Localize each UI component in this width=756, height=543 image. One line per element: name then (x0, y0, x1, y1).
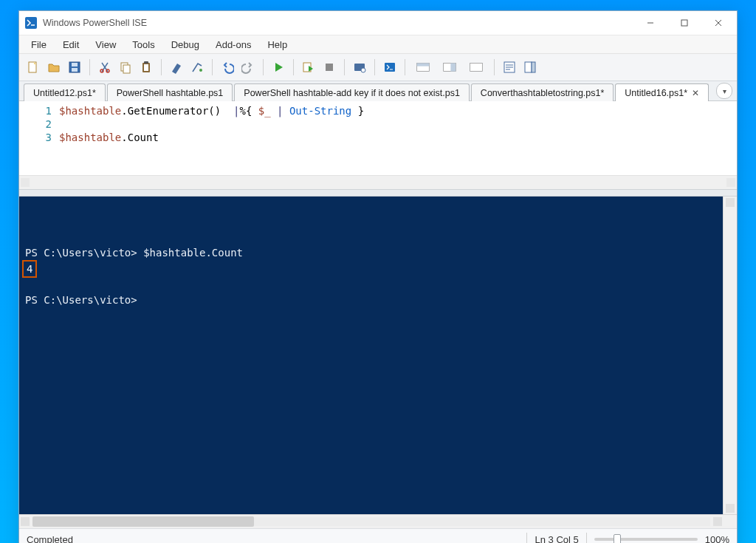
console-vertical-scrollbar[interactable] (723, 197, 737, 514)
tabstrip: Untitled12.ps1*PowerShell hashtable.ps1P… (19, 81, 737, 101)
tab-label: PowerShell hashtable-add key if it does … (244, 88, 460, 98)
app-window: Windows PowerShell ISE FileEditViewTools… (18, 10, 738, 543)
svg-rect-15 (326, 64, 333, 71)
editor-horizontal-scrollbar[interactable] (19, 175, 737, 189)
svg-rect-18 (385, 63, 395, 72)
minimize-button[interactable] (633, 12, 667, 34)
svg-point-17 (361, 68, 365, 72)
cursor-position: Ln 3 Col 5 (535, 534, 578, 544)
menu-view[interactable]: View (88, 37, 123, 52)
menu-debug[interactable]: Debug (164, 37, 207, 52)
run-icon[interactable] (270, 59, 286, 75)
svg-rect-12 (144, 61, 148, 64)
new-icon[interactable] (25, 59, 41, 75)
new-remote-tab-icon[interactable] (351, 59, 368, 75)
svg-rect-20 (417, 63, 430, 66)
console[interactable]: PS C:\Users\victo> $hashtable.Count4 PS … (19, 197, 723, 514)
undo-icon[interactable] (219, 59, 236, 75)
tab-label: Untitled12.ps1* (33, 88, 96, 98)
paste-icon[interactable] (138, 59, 154, 75)
app-title: Windows PowerShell ISE (43, 18, 633, 28)
clear-icon[interactable] (168, 59, 185, 75)
splitter[interactable] (19, 189, 737, 197)
menu-edit[interactable]: Edit (55, 37, 86, 52)
open-icon[interactable] (46, 59, 62, 75)
console-pane: PS C:\Users\victo> $hashtable.Count4 PS … (19, 197, 737, 514)
redo-icon[interactable] (240, 59, 256, 75)
titlebar: Windows PowerShell ISE (19, 11, 737, 35)
tab[interactable]: Converthashtabletostring.ps1* (471, 83, 614, 101)
menu-tools[interactable]: Tools (125, 37, 162, 52)
console-horizontal-scrollbar[interactable] (19, 514, 737, 528)
svg-rect-25 (525, 62, 532, 72)
show-command-icon[interactable] (501, 59, 518, 75)
stop-icon[interactable] (321, 59, 337, 75)
save-icon[interactable] (66, 59, 83, 75)
tab-label: Untitled16.ps1* (625, 88, 687, 98)
svg-rect-9 (123, 65, 130, 73)
window-controls (633, 12, 735, 34)
svg-rect-23 (470, 63, 483, 71)
maximize-button[interactable] (667, 12, 701, 34)
toolbar (19, 54, 737, 81)
tab-label: PowerShell hashtable.ps1 (117, 88, 224, 98)
svg-rect-5 (72, 68, 78, 72)
copy-icon[interactable] (117, 59, 134, 75)
app-icon (25, 17, 37, 29)
run-selection-icon[interactable] (300, 59, 317, 75)
tab[interactable]: PowerShell hashtable-add key if it does … (234, 83, 470, 101)
menu-help[interactable]: Help (260, 37, 295, 52)
svg-rect-1 (681, 20, 687, 26)
show-command-addon-icon[interactable] (522, 59, 538, 75)
status-text: Completed (27, 534, 73, 544)
svg-rect-22 (450, 63, 456, 71)
close-icon[interactable]: ✕ (692, 89, 699, 98)
tab-overflow-button[interactable]: ▾ (716, 83, 732, 99)
svg-rect-4 (72, 63, 78, 66)
script-editor[interactable]: 123 $hashtable.GetEnumerator() |%{ $_ | … (19, 101, 737, 189)
show-script-max-icon[interactable] (465, 59, 487, 75)
svg-point-13 (199, 69, 202, 72)
tab[interactable]: Untitled16.ps1*✕ (615, 83, 709, 101)
svg-rect-26 (532, 62, 535, 72)
tab[interactable]: PowerShell hashtable.ps1 (107, 83, 233, 101)
menu-add-ons[interactable]: Add-ons (208, 37, 258, 52)
show-script-top-icon[interactable] (412, 59, 434, 75)
cut-icon[interactable] (97, 59, 113, 75)
close-button[interactable] (701, 12, 735, 34)
tab-label: Converthashtabletostring.ps1* (481, 88, 604, 98)
powershell-tab-icon[interactable] (382, 59, 398, 75)
menu-file[interactable]: File (24, 37, 54, 52)
svg-rect-11 (144, 64, 148, 71)
tab[interactable]: Untitled12.ps1* (24, 83, 106, 101)
menubar: FileEditViewToolsDebugAdd-onsHelp (19, 35, 737, 54)
find-icon[interactable] (189, 59, 205, 75)
editor-code[interactable]: $hashtable.GetEnumerator() |%{ $_ | Out-… (59, 104, 737, 169)
zoom-slider[interactable] (594, 538, 698, 541)
editor-gutter: 123 (19, 104, 59, 169)
show-script-right-icon[interactable] (439, 59, 461, 75)
zoom-value: 100% (705, 534, 729, 544)
statusbar: Completed Ln 3 Col 5 100% (19, 528, 737, 543)
